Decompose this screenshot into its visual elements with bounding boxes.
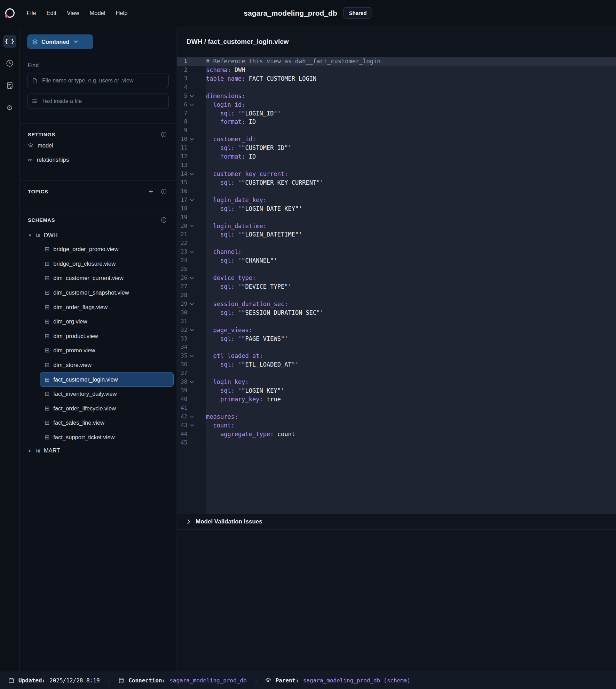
fold-chevron-icon[interactable]	[187, 101, 197, 109]
text-in-file-search-input[interactable]	[27, 94, 169, 109]
code-line[interactable]: 23channel:	[177, 248, 616, 256]
menu-file[interactable]: File	[22, 7, 41, 19]
code-line[interactable]: 11sql: '"CUSTOMER_ID"'	[177, 144, 616, 152]
code-line[interactable]: 39sql: '"LOGIN_KEY"'	[177, 386, 616, 395]
tree-item-dim_store-view[interactable]: ⊞dim_store.view	[40, 358, 174, 372]
code-line[interactable]: 7sql: '"LOGIN_ID"'	[177, 109, 616, 118]
code-line[interactable]: 1# Reference this view as dwh__fact_cust…	[177, 57, 616, 66]
settings-gear-icon[interactable]: ⚙	[3, 101, 17, 115]
info-icon[interactable]	[161, 217, 167, 223]
tree-item-fact_inventory_daily-view[interactable]: ⊞fact_inventory_daily.view	[40, 387, 174, 401]
code-line[interactable]: 9	[177, 126, 616, 135]
code-line[interactable]: 12format: ID	[177, 152, 616, 161]
code-line[interactable]: 3table_name: FACT_CUSTOMER_LOGIN	[177, 74, 616, 83]
fold-chevron-icon[interactable]	[187, 274, 197, 282]
code-line[interactable]: 25	[177, 265, 616, 274]
parent-value-link[interactable]: sagara_modeling_prod_db (schema)	[303, 677, 410, 684]
code-line[interactable]: 15sql: '"CUSTOMER_KEY_CURRENT"'	[177, 178, 616, 187]
code-line[interactable]: 35etl_loaded_at:	[177, 352, 616, 360]
tree-item-dim_customer_current-view[interactable]: ⊞dim_customer_current.view	[40, 271, 174, 286]
menu-edit[interactable]: Edit	[41, 7, 62, 19]
sidebar-item-model[interactable]: model	[20, 139, 176, 152]
code-line[interactable]: 24sql: '"CHANNEL"'	[177, 256, 616, 265]
code-line[interactable]: 21sql: '"LOGIN_DATETIME"'	[177, 230, 616, 239]
tree-item-fact_sales_line-view[interactable]: ⊞fact_sales_line.view	[40, 416, 174, 430]
code-line[interactable]: 43count:	[177, 421, 616, 430]
add-topic-icon[interactable]: +	[149, 189, 153, 194]
tree-item-dim_product-view[interactable]: ⊞dim_product.view	[40, 329, 174, 344]
fold-chevron-icon[interactable]	[187, 378, 197, 386]
history-icon[interactable]	[3, 56, 17, 70]
code-line[interactable]: 6login_id:	[177, 101, 616, 109]
tree-item-bridge_org_closure-view[interactable]: ⊞bridge_org_closure.view	[40, 257, 174, 271]
fold-chevron-icon[interactable]	[187, 92, 197, 101]
tree-item-fact_support_ticket-view[interactable]: ⊞fact_support_ticket.view	[40, 430, 174, 445]
code-line[interactable]: 8format: ID	[177, 118, 616, 126]
tree-item-dim_order_flags-view[interactable]: ⊞dim_order_flags.view	[40, 300, 174, 314]
code-line[interactable]: 38login_key:	[177, 378, 616, 386]
code-line[interactable]: 34	[177, 343, 616, 352]
code-editor[interactable]: 1# Reference this view as dwh__fact_cust…	[177, 57, 616, 514]
app-logo[interactable]	[5, 8, 15, 18]
code-line[interactable]: 40primary_key: true	[177, 395, 616, 404]
fold-chevron-icon[interactable]	[187, 135, 197, 144]
code-line[interactable]: 45	[177, 439, 616, 447]
code-line[interactable]: 28	[177, 291, 616, 300]
connection-value-link[interactable]: sagara_modeling_prod_db	[169, 677, 247, 684]
code-line[interactable]: 14customer_key_current:	[177, 170, 616, 178]
code-line[interactable]: 29session_duration_sec:	[177, 300, 616, 309]
sidebar-item-relationships[interactable]: ∞ relationships	[20, 154, 176, 166]
fold-chevron-icon[interactable]	[187, 421, 197, 430]
code-line[interactable]: 17login_date_key:	[177, 196, 616, 205]
code-line[interactable]: 33sql: '"PAGE_VIEWS"'	[177, 335, 616, 343]
menu-view[interactable]: View	[62, 7, 84, 19]
code-line[interactable]: 22	[177, 239, 616, 248]
tree-node-dwh[interactable]: ▾ DWH	[20, 229, 176, 241]
code-line[interactable]: 5dimensions:	[177, 92, 616, 101]
tree-item-fact_order_lifecycle-view[interactable]: ⊞fact_order_lifecycle.view	[40, 401, 174, 416]
code-line[interactable]: 41	[177, 404, 616, 412]
tree-item-fact_customer_login-view[interactable]: ⊞fact_customer_login.view	[40, 372, 174, 387]
fold-chevron-icon[interactable]	[187, 222, 197, 231]
code-line[interactable]: 26device_type:	[177, 274, 616, 282]
menu-model[interactable]: Model	[85, 7, 111, 19]
code-line[interactable]: 37	[177, 369, 616, 378]
validation-list-icon[interactable]	[3, 79, 17, 93]
combined-mode-dropdown[interactable]: Combined	[27, 34, 93, 49]
code-line[interactable]: 31	[177, 317, 616, 326]
code-line[interactable]: 4	[177, 83, 616, 92]
code-line[interactable]: 44aggregate_type: count	[177, 430, 616, 439]
fold-chevron-icon[interactable]	[187, 170, 197, 178]
tree-item-dim_org-view[interactable]: ⊞dim_org.view	[40, 314, 174, 329]
code-line[interactable]: 36sql: '"ETL_LOADED_AT"'	[177, 360, 616, 369]
indent-guide	[213, 239, 220, 248]
fold-chevron-icon[interactable]	[187, 300, 197, 309]
tree-node-mart[interactable]: ▸ MART	[20, 444, 176, 457]
code-line[interactable]: 13	[177, 161, 616, 170]
code-line[interactable]: 42measures:	[177, 412, 616, 421]
info-icon[interactable]	[161, 189, 167, 194]
file-search-input[interactable]	[27, 73, 169, 88]
code-line[interactable]: 32page_views:	[177, 326, 616, 335]
validation-issues-toggle[interactable]: Model Validation Issues	[177, 514, 616, 530]
fold-chevron-icon[interactable]	[187, 412, 197, 421]
code-line[interactable]: 19	[177, 213, 616, 222]
fold-chevron-icon[interactable]	[187, 196, 197, 205]
code-line[interactable]: 27sql: '"DEVICE_TYPE"'	[177, 282, 616, 291]
menu-help[interactable]: Help	[110, 7, 133, 19]
fold-chevron-icon[interactable]	[187, 326, 197, 335]
code-line[interactable]: 10customer_id:	[177, 135, 616, 144]
code-line[interactable]: 20login_datetime:	[177, 222, 616, 231]
code-line[interactable]: 16	[177, 187, 616, 196]
shared-badge[interactable]: Shared	[343, 7, 372, 19]
model-ide-tab[interactable]: { }	[3, 35, 16, 48]
code-line[interactable]: 2schema: DWH	[177, 66, 616, 74]
fold-chevron-icon[interactable]	[187, 248, 197, 256]
tree-item-bridge_order_promo-view[interactable]: ⊞bridge_order_promo.view	[40, 242, 174, 257]
code-line[interactable]: 30sql: '"SESSION_DURATION_SEC"'	[177, 309, 616, 317]
code-line[interactable]: 18sql: '"LOGIN_DATE_KEY"'	[177, 205, 616, 213]
tree-item-dim_promo-view[interactable]: ⊞dim_promo.view	[40, 343, 174, 358]
fold-chevron-icon[interactable]	[187, 352, 197, 360]
info-icon[interactable]	[161, 131, 167, 137]
tree-item-dim_customer_snapshot-view[interactable]: ⊞dim_customer_snapshot.view	[40, 286, 174, 300]
